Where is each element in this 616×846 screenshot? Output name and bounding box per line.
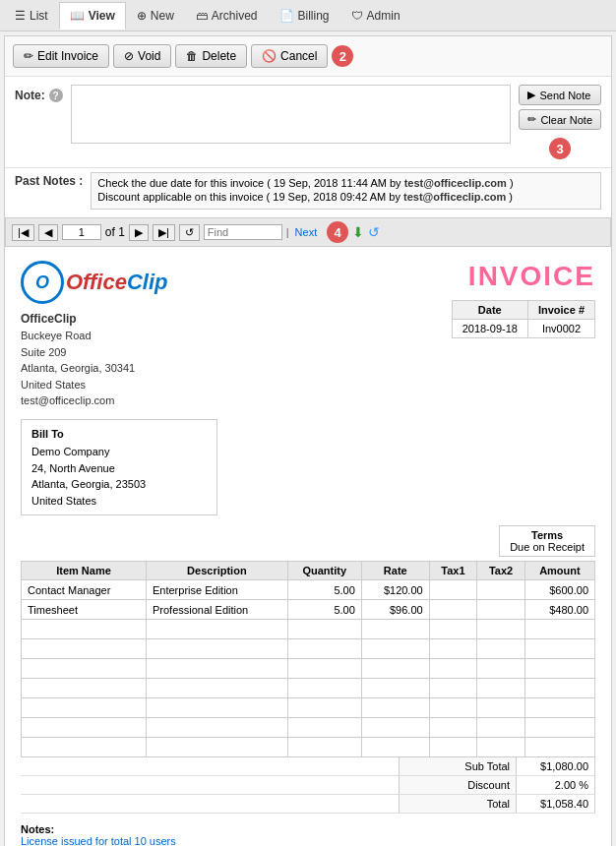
first-page-button[interactable]: |◀	[12, 224, 34, 241]
nav-new[interactable]: ⊕ New	[126, 2, 185, 30]
invoice-num-value: Inv0002	[527, 320, 594, 338]
totals-area: Sub Total $1,080.00 Discount 2.00 % Tota…	[21, 757, 595, 814]
client-address-line1: 24, North Avenue	[31, 460, 207, 477]
cancel-icon: 🚫	[262, 49, 277, 63]
company-email: test@officeclip.com	[21, 393, 168, 409]
prev-page-button[interactable]: ◀	[38, 224, 58, 241]
edit-invoice-label: Edit Invoice	[37, 49, 98, 63]
logo-text: OfficeClip	[66, 270, 168, 295]
row-description: Professional Edition	[146, 600, 287, 620]
note-input[interactable]	[71, 85, 512, 144]
edit-invoice-button[interactable]: ✏ Edit Invoice	[13, 44, 109, 68]
refresh-page-button[interactable]: ↺	[179, 224, 200, 241]
invoice-num-header: Invoice #	[527, 301, 594, 320]
subtotal-row: Sub Total $1,080.00	[21, 757, 595, 776]
send-note-label: Send Note	[539, 90, 590, 101]
row-rate: $120.00	[361, 580, 429, 600]
send-icon: ▶	[527, 89, 535, 101]
row-tax1	[429, 600, 477, 620]
date-header: Date	[452, 301, 527, 320]
past-note-1-suffix: )	[510, 177, 514, 189]
past-notes-section: Past Notes : Check the due date for this…	[5, 168, 611, 217]
row-item: Contact Manager	[22, 580, 147, 600]
nav-archived-label: Archived	[212, 9, 258, 23]
delete-button[interactable]: 🗑 Delete	[175, 44, 247, 68]
col-tax2: Tax2	[477, 562, 525, 580]
table-row-empty	[22, 738, 595, 757]
nav-view[interactable]: 📖 View	[59, 2, 126, 30]
past-notes-content: Check the due date for this invoice ( 19…	[91, 172, 601, 210]
nav-billing[interactable]: 📄 Billing	[269, 2, 340, 30]
table-row-empty	[22, 698, 595, 718]
help-icon[interactable]: ?	[49, 89, 63, 102]
invoice-area: O OfficeClip OfficeClip Buckeye Road Sui…	[5, 251, 611, 846]
reload-icon[interactable]: ↺	[368, 224, 380, 240]
table-row-empty	[22, 718, 595, 738]
note-label: Note: ?	[15, 85, 63, 102]
nav-list[interactable]: ☰ List	[4, 2, 59, 30]
past-note-1-email: test@officeclip.com	[404, 177, 507, 189]
past-note-1-text: Check the due date for this invoice ( 19…	[97, 177, 400, 189]
badge-2: 2	[332, 45, 353, 67]
clear-note-button[interactable]: ✏ Clear Note	[519, 109, 601, 130]
top-toolbar: ✏ Edit Invoice ⊘ Void 🗑 Delete 🚫 Cancel …	[5, 36, 611, 77]
row-tax1	[429, 580, 477, 600]
nav-billing-label: Billing	[298, 9, 330, 23]
company-address-line2: Suite 209	[21, 344, 168, 361]
notes-text: License issued for total 10 users	[21, 835, 595, 846]
client-address-line3: United States	[31, 493, 207, 510]
terms-row: Terms Due on Receipt	[21, 525, 595, 557]
table-row: Timesheet Professional Edition 5.00 $96.…	[22, 600, 595, 620]
page-of-label: of 1	[105, 225, 125, 239]
past-note-1: Check the due date for this invoice ( 19…	[97, 177, 594, 189]
eraser-icon: ✏	[527, 113, 536, 126]
date-value: 2018-09-18	[452, 320, 527, 338]
nav-admin[interactable]: 🛡 Admin	[340, 2, 411, 30]
next-find-button[interactable]: Next	[293, 226, 320, 238]
find-input[interactable]	[204, 224, 282, 240]
subtotal-label: Sub Total	[399, 757, 517, 775]
table-row-empty	[22, 659, 595, 679]
total-value: $1,058.40	[517, 795, 595, 813]
invoice-title-area: INVOICE Date Invoice # 2018-09-18 Inv000…	[452, 261, 595, 338]
col-tax1: Tax1	[429, 562, 477, 580]
row-tax2	[477, 600, 525, 620]
cancel-button[interactable]: 🚫 Cancel	[251, 44, 328, 68]
company-logo-area: O OfficeClip OfficeClip Buckeye Road Sui…	[21, 261, 168, 409]
table-row-empty	[22, 679, 595, 698]
row-quantity: 5.00	[287, 600, 361, 620]
file-icon: 📄	[279, 9, 294, 23]
top-navigation: ☰ List 📖 View ⊕ New 🗃 Archived 📄 Billing…	[0, 0, 616, 31]
client-name: Demo Company	[31, 444, 207, 460]
logo: O OfficeClip	[21, 261, 168, 304]
find-separator: |	[286, 226, 289, 238]
book-icon: 📖	[70, 9, 85, 23]
company-address-line1: Buckeye Road	[21, 328, 168, 344]
archive-icon: 🗃	[196, 9, 208, 23]
company-name: OfficeClip	[21, 310, 168, 328]
download-icon[interactable]: ⬇	[352, 224, 364, 240]
past-notes-label: Past Notes :	[15, 172, 83, 188]
past-note-2-text: Discount applicable on this invoice ( 19…	[97, 191, 400, 203]
nav-list-label: List	[30, 9, 48, 23]
total-label: Total	[399, 795, 517, 813]
subtotal-value: $1,080.00	[517, 757, 595, 775]
pencil-icon: ✏	[24, 49, 33, 63]
row-tax2	[477, 580, 525, 600]
plus-icon: ⊕	[137, 9, 147, 23]
total-row: Total $1,058.40	[21, 795, 595, 814]
last-page-button[interactable]: ▶|	[153, 224, 175, 241]
row-amount: $480.00	[524, 600, 594, 620]
discount-row: Discount 2.00 %	[21, 776, 595, 795]
table-row-empty	[22, 639, 595, 659]
pagination-bar: |◀ ◀ of 1 ▶ ▶| ↺ | Next 4 ⬇ ↺	[5, 217, 611, 247]
row-quantity: 5.00	[287, 580, 361, 600]
page-number-input[interactable]	[62, 224, 101, 240]
next-page-button[interactable]: ▶	[129, 224, 149, 241]
note-action-buttons: ▶ Send Note ✏ Clear Note 3	[519, 85, 601, 159]
row-amount: $600.00	[524, 580, 594, 600]
send-note-button[interactable]: ▶ Send Note	[519, 85, 601, 105]
void-button[interactable]: ⊘ Void	[113, 44, 171, 68]
note-row: Note: ? ▶ Send Note ✏ Clear Note 3	[15, 85, 601, 159]
nav-archived[interactable]: 🗃 Archived	[185, 2, 269, 30]
